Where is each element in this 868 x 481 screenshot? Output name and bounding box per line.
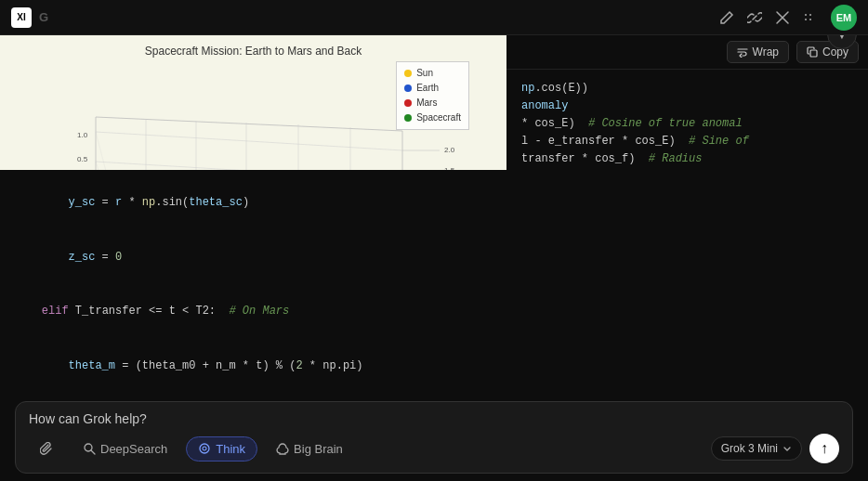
top-bar-left: XI G	[11, 7, 48, 28]
legend-label-earth: Earth	[416, 81, 439, 96]
bigbrain-label: Big Brain	[294, 442, 343, 456]
svg-point-3	[809, 19, 811, 20]
legend-item-spacecraft: Spacecraft	[404, 110, 461, 125]
bottom-code-line-3: elif T_transfer <= t < T2: # On Mars	[15, 285, 853, 339]
top-bar: XI G EM	[0, 0, 868, 35]
input-area: How can Grok help? DeepSearch Think Big …	[15, 401, 853, 474]
code-line: transfer * cos_f) # Radius	[521, 150, 853, 167]
link-icon[interactable]	[747, 10, 762, 25]
deepsearch-label: DeepSearch	[100, 442, 167, 456]
code-line: l - e_transfer * cos_E) # Sine of	[521, 133, 853, 150]
legend-dot-earth	[404, 84, 412, 92]
svg-line-51	[91, 450, 95, 454]
chart-area: Sun Earth Mars Spacecraft	[0, 61, 506, 170]
svg-line-7	[96, 117, 402, 131]
legend-dot-sun	[404, 70, 412, 77]
legend-item-earth: Earth	[404, 81, 461, 96]
deepsearch-button[interactable]: DeepSearch	[72, 437, 178, 461]
brand-letter: G	[39, 10, 48, 24]
code-content[interactable]: np.cos(E)) anomaly * cos_E) # Cosine of …	[506, 70, 868, 170]
code-line: * cos_E) # Cosine of true anomal	[521, 115, 853, 132]
svg-text:2.0: 2.0	[444, 146, 455, 154]
code-line: anomaly	[521, 98, 853, 114]
code-toolbar: Wrap Copy	[506, 35, 868, 70]
chart-title: Spacecraft Mission: Earth to Mars and Ba…	[0, 35, 506, 61]
svg-point-0	[805, 14, 807, 16]
chart-legend: Sun Earth Mars Spacecraft	[396, 61, 469, 130]
input-toolbar: DeepSearch Think Big Brain Grok 3 Mini ↑	[29, 434, 839, 463]
bottom-code-line-1: y_sc = r * np.sin(theta_sc)	[15, 176, 853, 230]
input-placeholder[interactable]: How can Grok help?	[29, 411, 839, 426]
svg-text:1.0: 1.0	[77, 131, 88, 139]
legend-label-sun: Sun	[416, 66, 433, 81]
bottom-code-line-2: z_sc = 0	[15, 230, 853, 284]
edit-icon[interactable]	[719, 10, 734, 25]
code-line: np.cos(E))	[521, 80, 853, 97]
avatar[interactable]: EM	[831, 5, 857, 31]
bottom-code-line-4: theta_m = (theta_m0 + n_m * t) % (2 * np…	[15, 339, 853, 393]
legend-label-spacecraft: Spacecraft	[416, 110, 461, 125]
model-label: Grok 3 Mini	[721, 442, 778, 455]
main-content: Spacecraft Mission: Earth to Mars and Ba…	[0, 35, 868, 170]
svg-rect-49	[810, 50, 817, 57]
svg-point-52	[200, 444, 209, 453]
code-bottom: y_sc = r * np.sin(theta_sc) z_sc = 0 eli…	[0, 170, 868, 396]
menu-icon[interactable]	[803, 10, 818, 25]
wrap-button[interactable]: Wrap	[727, 41, 789, 63]
think-button[interactable]: Think	[186, 436, 257, 462]
think-label: Think	[216, 442, 245, 456]
attach-button[interactable]	[29, 437, 64, 460]
model-selector[interactable]: Grok 3 Mini	[711, 436, 802, 461]
svg-text:0.5: 0.5	[77, 155, 88, 163]
app-logo: XI	[11, 7, 32, 28]
legend-dot-spacecraft	[404, 114, 412, 122]
chart-panel: Spacecraft Mission: Earth to Mars and Ba…	[0, 35, 506, 170]
legend-label-mars: Mars	[416, 96, 437, 110]
svg-point-2	[805, 19, 807, 20]
x-icon[interactable]	[775, 10, 790, 25]
legend-item-mars: Mars	[404, 96, 461, 110]
bigbrain-button[interactable]: Big Brain	[265, 437, 354, 461]
code-panel: Wrap Copy np.cos(E)) anomaly * cos_E) # …	[506, 35, 868, 170]
legend-dot-mars	[404, 99, 412, 107]
legend-item-sun: Sun	[404, 66, 461, 81]
svg-text:1.5: 1.5	[444, 166, 455, 170]
top-bar-right: EM	[719, 5, 857, 31]
code-line: d)	[521, 168, 853, 170]
svg-point-1	[809, 14, 811, 16]
svg-line-11	[96, 162, 402, 170]
send-icon: ↑	[821, 440, 828, 457]
send-button[interactable]: ↑	[809, 434, 839, 463]
svg-line-12	[96, 132, 402, 150]
svg-line-18	[96, 132, 133, 170]
